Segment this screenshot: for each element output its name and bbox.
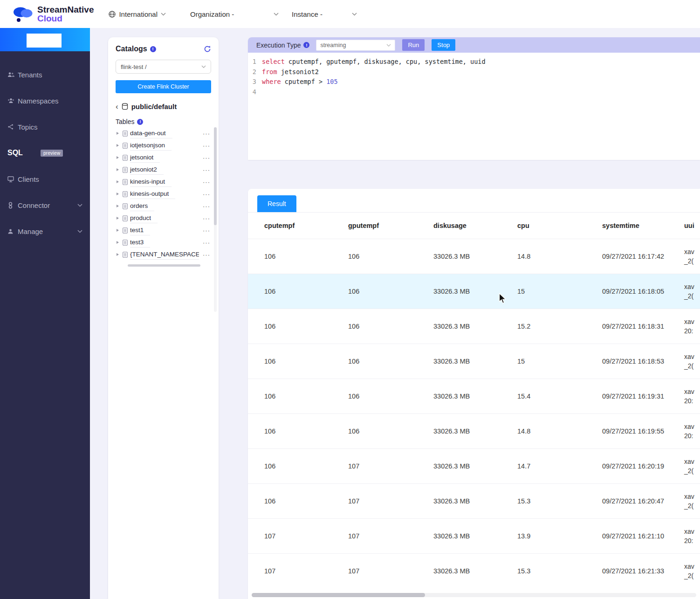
result-row[interactable]: 10610633026.3 MB1509/27/2021 16:18:53xav…: [248, 344, 700, 379]
result-cell: 09/27/2021 16:18:53: [595, 344, 677, 379]
expand-caret-icon[interactable]: [116, 192, 120, 196]
result-cell: 106: [248, 309, 341, 344]
sidebar-item-manage[interactable]: Manage: [0, 218, 90, 244]
tab-result[interactable]: Result: [257, 195, 296, 212]
table-icon: [123, 215, 128, 221]
line-number: 3: [248, 77, 262, 87]
info-icon[interactable]: !: [303, 42, 309, 48]
table-list-item[interactable]: jetsoniot2···: [116, 164, 211, 176]
scrollbar-thumb[interactable]: [252, 593, 425, 597]
refresh-icon[interactable]: [204, 45, 211, 53]
table-name[interactable]: orders: [130, 201, 154, 211]
table-name[interactable]: test3: [130, 238, 150, 248]
sidebar-item-connector[interactable]: Connector: [0, 192, 90, 218]
table-menu-button[interactable]: ···: [203, 154, 211, 161]
expand-caret-icon[interactable]: [116, 216, 120, 220]
result-row[interactable]: 10610633026.3 MB15.209/27/2021 16:18:31x…: [248, 309, 700, 344]
expand-caret-icon[interactable]: [116, 253, 120, 256]
table-list-item[interactable]: test1···: [116, 224, 211, 236]
expand-caret-icon[interactable]: [116, 204, 120, 208]
region-selector[interactable]: International: [109, 10, 166, 18]
execution-type-select[interactable]: streaming: [316, 40, 395, 51]
run-button[interactable]: Run: [402, 39, 425, 51]
code-text: from jetsoniot2: [262, 67, 319, 77]
vertical-scrollbar[interactable]: [214, 127, 217, 312]
expand-caret-icon[interactable]: [116, 241, 120, 244]
result-cell: 13.9: [510, 519, 595, 554]
result-row[interactable]: 10610633026.3 MB14.809/27/2021 16:19:55x…: [248, 414, 700, 449]
sidebar-item-topics[interactable]: Topics: [0, 114, 90, 140]
code-line[interactable]: 4: [248, 87, 700, 97]
table-name[interactable]: kinesis-output: [130, 189, 175, 199]
result-horizontal-scrollbar[interactable]: [252, 593, 696, 597]
expand-caret-icon[interactable]: [116, 180, 120, 184]
table-menu-button[interactable]: ···: [203, 227, 211, 234]
table-menu-button[interactable]: ···: [203, 239, 211, 246]
expand-caret-icon[interactable]: [116, 168, 120, 172]
table-list-item[interactable]: orders···: [116, 200, 211, 212]
table-menu-button[interactable]: ···: [203, 179, 211, 186]
table-name[interactable]: jetsoniot2: [130, 165, 164, 175]
info-icon[interactable]: !: [150, 46, 156, 52]
scrollbar-thumb[interactable]: [214, 127, 217, 225]
result-row[interactable]: 10610733026.3 MB14.709/27/2021 16:20:19x…: [248, 449, 700, 484]
table-menu-button[interactable]: ···: [203, 215, 211, 222]
table-name[interactable]: data-gen-out: [130, 129, 172, 138]
table-name[interactable]: test1: [130, 226, 150, 235]
sidebar-banner: [0, 28, 90, 51]
table-menu-button[interactable]: ···: [203, 251, 211, 258]
table-list-item[interactable]: jetsoniot···: [116, 151, 211, 164]
result-row[interactable]: 10610633026.3 MB15.409/27/2021 16:19:31x…: [248, 379, 700, 414]
table-menu-button[interactable]: ···: [203, 166, 211, 173]
table-list-item[interactable]: data-gen-out···: [116, 127, 211, 139]
info-icon[interactable]: !: [137, 119, 143, 125]
table-list-item[interactable]: kinesis-output···: [116, 188, 211, 200]
table-icon: [123, 191, 128, 197]
create-flink-cluster-button[interactable]: Create Flink Cluster: [116, 80, 211, 93]
table-list-item[interactable]: iotjetsonjson···: [116, 139, 211, 151]
expand-caret-icon[interactable]: [116, 228, 120, 232]
table-list-item[interactable]: {TENANT_NAMESPACE_T···: [116, 248, 211, 261]
table-list-item[interactable]: product···: [116, 212, 211, 224]
code-line[interactable]: 1select cputempf, gputempf, diskusage, c…: [248, 57, 700, 67]
instance-selector[interactable]: Instance -: [292, 10, 357, 18]
result-cell: 106: [248, 239, 341, 274]
spacer: [248, 160, 700, 189]
expand-caret-icon[interactable]: [116, 144, 120, 147]
table-menu-button[interactable]: ···: [203, 203, 211, 210]
sidebar-item-sql[interactable]: SQLpreview: [0, 140, 90, 166]
sidebar-item-clients[interactable]: Clients: [0, 166, 90, 192]
expand-caret-icon[interactable]: [116, 156, 120, 159]
back-chevron-icon[interactable]: ‹: [116, 103, 118, 110]
table-name[interactable]: {TENANT_NAMESPACE_T: [130, 250, 199, 260]
horizontal-scrollbar[interactable]: [128, 264, 200, 267]
result-cell: xav _2(: [677, 274, 700, 309]
sidebar-item-namespaces[interactable]: Namespaces: [0, 88, 90, 114]
result-row[interactable]: 10610633026.3 MB14.809/27/2021 16:17:42x…: [248, 239, 700, 274]
organization-selector[interactable]: Organization -: [190, 10, 279, 18]
catalog-select[interactable]: flink-test /: [116, 60, 211, 74]
table-menu-button[interactable]: ···: [203, 191, 211, 198]
result-row[interactable]: 10710733026.3 MB15.309/27/2021 16:21:33x…: [248, 554, 700, 589]
table-menu-button[interactable]: ···: [203, 130, 211, 137]
result-cell: 107: [341, 554, 426, 589]
code-line[interactable]: 2from jetsoniot2: [248, 67, 700, 77]
table-list-item[interactable]: test3···: [116, 236, 211, 248]
table-list-item[interactable]: kinesis-input···: [116, 176, 211, 188]
sql-code-editor[interactable]: 1select cputempf, gputempf, diskusage, c…: [248, 53, 700, 160]
stop-button[interactable]: Stop: [432, 39, 455, 51]
table-name[interactable]: jetsoniot: [130, 153, 160, 163]
code-line[interactable]: 3where cputempf > 105: [248, 77, 700, 87]
result-row[interactable]: 10710733026.3 MB13.909/27/2021 16:21:10x…: [248, 519, 700, 554]
result-cell: xav _2(: [677, 554, 700, 589]
table-name[interactable]: iotjetsonjson: [130, 141, 172, 151]
table-name[interactable]: kinesis-input: [130, 177, 172, 187]
result-row[interactable]: 10610733026.3 MB15.309/27/2021 16:20:47x…: [248, 484, 700, 519]
sidebar-item-tenants[interactable]: Tenants: [0, 62, 90, 88]
table-menu-button[interactable]: ···: [203, 142, 211, 149]
table-name[interactable]: product: [130, 213, 158, 223]
result-cell: 09/27/2021 16:20:19: [595, 449, 677, 484]
result-row[interactable]: 10610633026.3 MB1509/27/2021 16:18:05xav…: [248, 274, 700, 309]
expand-caret-icon[interactable]: [116, 131, 120, 135]
sidebar-item-label: Topics: [18, 123, 38, 131]
